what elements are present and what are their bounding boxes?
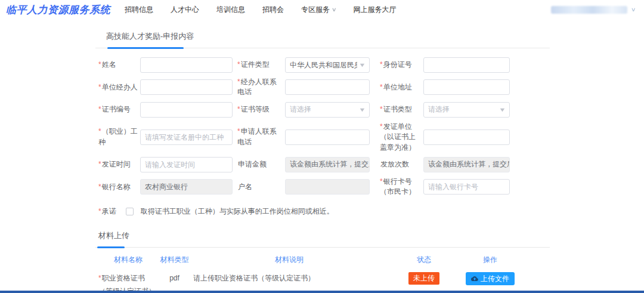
application-form: *姓名 *证件类型 中华人民共和国居民身份证 ▼ *身份证号 *单位经办人 *经…	[95, 48, 550, 198]
materials-section-header: 材料上传	[95, 230, 550, 248]
applicant-phone-input[interactable]	[285, 129, 370, 145]
label-text: 承诺	[102, 207, 116, 215]
materials-section-title: 材料上传	[98, 231, 129, 240]
required-mark: *	[98, 183, 101, 191]
site-logo[interactable]: 临平人力资源服务系统	[6, 3, 110, 17]
nav-item-talent-center[interactable]: 人才中心	[171, 5, 199, 15]
col-header-operation: 操作	[460, 255, 520, 265]
nav-item-online-service-hall[interactable]: 网上服务大厅	[354, 5, 397, 15]
label-text: 银行名称	[102, 183, 131, 191]
grant-times-field: 该金额由系统计算，提交后可查看	[423, 157, 510, 172]
section-active-indicator	[97, 246, 125, 248]
cloud-upload-icon	[471, 275, 478, 282]
label-text: 证件类型	[241, 60, 270, 69]
field-label-applicant-phone: *申请人联系电话	[233, 127, 285, 147]
required-mark: *	[380, 122, 383, 131]
label-text: 姓名	[102, 60, 116, 69]
material-type: pdf	[158, 272, 191, 285]
tab-bar: 高技能人才奖励-申报内容	[95, 27, 550, 48]
disabled-value: 该金额由系统计算，提交后可查看	[428, 159, 510, 169]
required-mark: *	[98, 160, 101, 168]
select-placeholder: 请选择	[290, 104, 311, 115]
select-value: 中华人民共和国居民身份证	[290, 60, 357, 70]
issue-date-input[interactable]	[140, 157, 233, 172]
main-content: 高技能人才奖励-申报内容 *姓名 *证件类型 中华人民共和国居民身份证 ▼ *身…	[95, 27, 550, 293]
field-label-agent-phone: *经办人联系电话	[233, 77, 285, 98]
col-header-material-type: 材料类型	[158, 255, 191, 265]
col-header-status: 状态	[388, 255, 460, 265]
required-mark: *	[98, 60, 101, 69]
upload-button-label: 上传文件	[481, 274, 509, 284]
field-label-unit-address: *单位地址	[370, 82, 423, 92]
field-label-unit-agent: *单位经办人	[98, 82, 140, 92]
required-mark: *	[380, 83, 383, 91]
field-label-cert-category: *证书类型	[370, 104, 423, 115]
nav-item-recruit-info[interactable]: 招聘信息	[125, 5, 153, 15]
field-label-bank-name: *银行名称	[98, 182, 140, 192]
id-number-input[interactable]	[423, 57, 510, 73]
material-description: 请上传职业资格证书（等级认定证书）	[191, 272, 388, 285]
label-text: 发证时间	[102, 160, 131, 168]
nav-item-job-fair[interactable]: 招聘会	[262, 5, 284, 15]
bank-card-input[interactable]	[423, 179, 510, 195]
id-doc-type-select[interactable]: 中华人民共和国居民身份证 ▼	[285, 57, 370, 73]
material-table-row: *职业资格证书（等级认定证书） pdf 请上传职业资格证书（等级认定证书） 未上…	[95, 270, 550, 293]
nav-item-zone-services[interactable]: 专区服务 ∨	[301, 5, 336, 15]
bank-name-field: 农村商业银行	[140, 179, 233, 195]
label-text: 证书等级	[241, 105, 270, 113]
status-badge-not-uploaded: 未上传	[408, 272, 439, 284]
col-header-material-name: 材料名称	[98, 255, 158, 265]
cert-number-input[interactable]	[140, 102, 233, 118]
main-nav: 招聘信息 人才中心 培训信息 招聘会 专区服务 ∨ 网上服务大厅	[125, 5, 397, 15]
unit-agent-input[interactable]	[140, 79, 233, 95]
chevron-down-icon: ▼	[499, 107, 506, 113]
required-mark: *	[98, 207, 101, 215]
upload-file-button[interactable]: 上传文件	[466, 272, 515, 285]
field-label-occupation: *（职业）工种	[98, 127, 140, 147]
col-header-material-desc: 材料说明	[191, 255, 388, 265]
field-label-apply-amount: 申请金额	[233, 159, 285, 169]
occupation-input[interactable]	[140, 129, 233, 145]
tab-application-content[interactable]: 高技能人才奖励-申报内容	[106, 32, 194, 41]
field-label-cert-number: *证书编号	[98, 104, 140, 115]
field-label-issuing-unit: *发证单位（以证书上盖章为准）	[370, 122, 423, 153]
label-text: 发放次数	[380, 160, 409, 168]
material-status-cell: 未上传	[388, 272, 460, 284]
nav-item-training-info[interactable]: 培训信息	[216, 5, 245, 15]
required-mark: *	[237, 60, 240, 69]
label-text: 申请人联系电话	[237, 127, 277, 146]
required-mark: *	[237, 127, 240, 135]
unit-address-input[interactable]	[423, 79, 510, 95]
commitment-row: *承诺 取得证书工职业（工种）与实际从事的工作岗位相同或相近。	[98, 206, 550, 217]
required-mark: *	[98, 274, 101, 282]
username-redacted	[551, 6, 627, 14]
required-mark: *	[98, 105, 101, 113]
label-text: 单位经办人	[102, 83, 138, 91]
cert-category-select[interactable]: 请选择 ▼	[423, 102, 510, 118]
field-label-account-name: 户名	[233, 182, 285, 192]
chevron-down-icon: ▼	[358, 62, 366, 68]
account-name-field	[285, 179, 370, 195]
required-mark: *	[237, 105, 240, 113]
label-text: 经办人联系电话	[237, 78, 277, 96]
required-mark: *	[380, 177, 383, 186]
active-tab-indicator	[107, 47, 184, 49]
chevron-down-icon: ▼	[358, 107, 366, 113]
nav-item-label: 专区服务	[301, 5, 330, 15]
chevron-down-icon: ∨	[332, 7, 337, 13]
label-text: 证书类型	[383, 105, 412, 113]
label-text: 身份证号	[383, 60, 412, 69]
chevron-down-icon: ∨	[631, 7, 636, 13]
issuing-unit-input[interactable]	[423, 129, 510, 145]
label-text: 银行卡号（市民卡）	[380, 177, 416, 196]
disabled-value: 农村商业银行	[145, 182, 188, 192]
cert-level-select[interactable]: 请选择 ▼	[285, 102, 370, 118]
label-text: 户名	[238, 183, 252, 191]
user-account-menu[interactable]: ∨	[551, 6, 636, 14]
label-text: 发证单位（以证书上盖章为准）	[380, 122, 416, 152]
label-text: （职业）工种	[98, 127, 138, 146]
field-label-grant-times: 发放次数	[370, 159, 423, 169]
commitment-checkbox[interactable]	[126, 208, 134, 215]
name-input[interactable]	[140, 57, 233, 73]
agent-phone-input[interactable]	[285, 79, 370, 95]
